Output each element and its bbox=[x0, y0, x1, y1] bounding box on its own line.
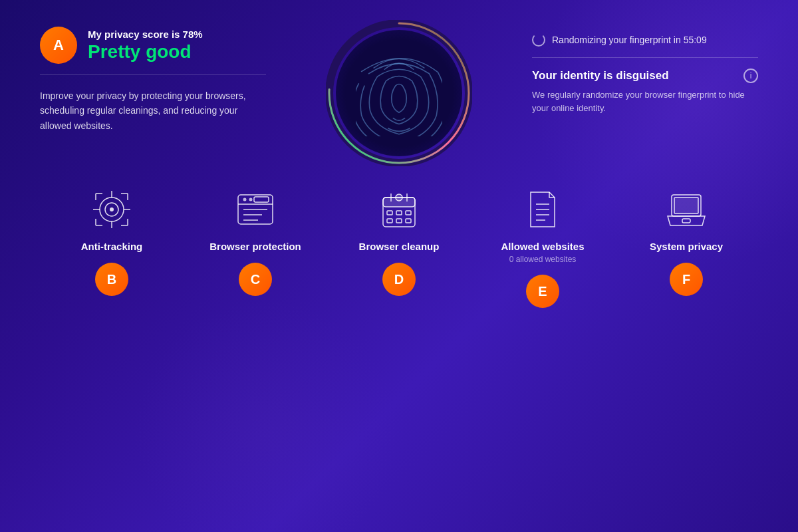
feature-item-browser-protection[interactable]: Browser protection C bbox=[209, 186, 302, 296]
svg-point-12 bbox=[249, 198, 253, 201]
feature-item-browser-cleanup[interactable]: Browser cleanup D bbox=[352, 186, 446, 296]
fingerprint-container bbox=[326, 20, 472, 166]
privacy-score-value: Pretty good bbox=[88, 41, 203, 63]
bottom-section: Anti-tracking B bbox=[40, 173, 758, 308]
browser-cleanup-badge[interactable]: D bbox=[382, 263, 416, 296]
browser-cleanup-icon-container bbox=[372, 186, 426, 233]
fingerprint-inner bbox=[336, 30, 462, 156]
browser-protection-icon-container bbox=[229, 186, 282, 233]
feature-item-system-privacy[interactable]: System privacy F bbox=[640, 186, 733, 296]
system-privacy-icon-container bbox=[660, 186, 713, 233]
svg-rect-23 bbox=[396, 211, 402, 215]
header-text: My privacy score is 78% Pretty good bbox=[88, 29, 203, 63]
system-privacy-badge[interactable]: F bbox=[670, 263, 703, 296]
feature-item-allowed-websites[interactable]: Allowed websites 0 allowed websites E bbox=[496, 186, 589, 308]
svg-point-4 bbox=[110, 207, 114, 211]
svg-rect-24 bbox=[406, 211, 411, 215]
svg-point-21 bbox=[396, 194, 402, 201]
system-privacy-label: System privacy bbox=[650, 241, 723, 252]
anti-tracking-badge[interactable]: B bbox=[95, 263, 128, 296]
description-text: Improve your privacy by protecting your … bbox=[40, 88, 266, 133]
fingerprint-timer: Randomizing your fingerprint in 55:09 bbox=[532, 33, 758, 58]
identity-title: Your identity is disguised bbox=[532, 69, 669, 82]
document-icon bbox=[521, 188, 564, 231]
identity-header: Your identity is disguised i bbox=[532, 68, 758, 83]
svg-rect-34 bbox=[682, 219, 690, 223]
target-icon bbox=[90, 188, 133, 231]
browser-protection-label: Browser protection bbox=[209, 241, 301, 252]
feature-item-anti-tracking[interactable]: Anti-tracking B bbox=[65, 186, 158, 296]
svg-rect-27 bbox=[406, 219, 411, 223]
laptop-icon bbox=[665, 188, 708, 231]
svg-rect-25 bbox=[387, 219, 392, 223]
privacy-score-label: My privacy score is 78% bbox=[88, 29, 203, 40]
main-container: A My privacy score is 78% Pretty good Im… bbox=[0, 0, 798, 532]
info-icon[interactable]: i bbox=[743, 68, 758, 83]
avatar: A bbox=[40, 27, 77, 64]
calendar-icon bbox=[378, 188, 420, 231]
fingerprint-svg bbox=[356, 50, 442, 136]
anti-tracking-label: Anti-tracking bbox=[81, 241, 143, 252]
allowed-websites-label: Allowed websites bbox=[501, 241, 584, 252]
browser-icon bbox=[234, 188, 277, 231]
fingerprint-panel bbox=[326, 20, 472, 166]
timer-icon bbox=[532, 33, 545, 47]
divider bbox=[40, 74, 266, 75]
identity-description: We regularly randomize your browser fing… bbox=[532, 88, 758, 114]
browser-cleanup-label: Browser cleanup bbox=[359, 241, 440, 252]
svg-rect-33 bbox=[674, 198, 698, 213]
browser-protection-badge[interactable]: C bbox=[239, 263, 272, 296]
top-section: A My privacy score is 78% Pretty good Im… bbox=[40, 27, 758, 133]
allowed-websites-sublabel: 0 allowed websites bbox=[509, 255, 577, 264]
svg-rect-13 bbox=[254, 197, 269, 202]
svg-point-11 bbox=[243, 198, 247, 201]
left-panel: A My privacy score is 78% Pretty good Im… bbox=[40, 27, 266, 133]
header-row: A My privacy score is 78% Pretty good bbox=[40, 27, 266, 64]
svg-rect-26 bbox=[396, 219, 402, 223]
anti-tracking-icon-container bbox=[85, 186, 138, 233]
timer-text: Randomizing your fingerprint in 55:09 bbox=[552, 35, 707, 45]
allowed-websites-icon-container bbox=[516, 186, 569, 233]
right-panel: Randomizing your fingerprint in 55:09 Yo… bbox=[532, 33, 758, 114]
allowed-websites-badge[interactable]: E bbox=[526, 275, 559, 308]
svg-rect-22 bbox=[387, 211, 392, 215]
identity-section: Your identity is disguised i We regularl… bbox=[532, 68, 758, 114]
